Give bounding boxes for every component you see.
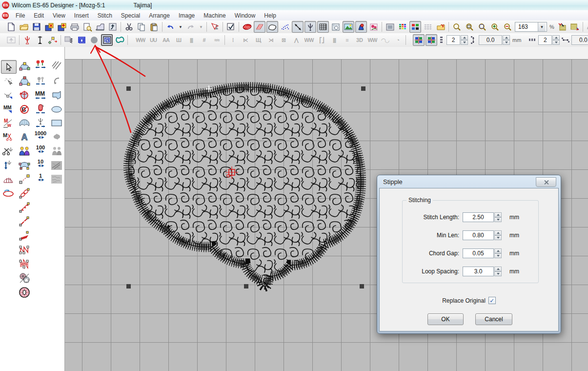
loop-spacing-input[interactable]: 3.0 [463, 267, 494, 276]
zoom-out-icon[interactable] [502, 21, 513, 33]
col-spacing-icon[interactable] [561, 34, 570, 46]
penetration-red-icon[interactable] [21, 34, 33, 46]
select-tool[interactable] [1, 60, 17, 74]
new-document-icon[interactable] [5, 21, 17, 33]
menu-help[interactable]: Help [260, 10, 281, 21]
orbit-rotate-tool[interactable] [1, 187, 16, 200]
tie-stitch-icon[interactable]: ⋊ [265, 34, 277, 46]
team-gray-tool[interactable] [49, 145, 64, 158]
measure-arrow-icon[interactable] [292, 21, 304, 33]
arrow-run-tool[interactable] [17, 201, 32, 214]
rows-count-value[interactable]: 2 [446, 35, 460, 45]
texture-a-tool[interactable] [49, 159, 64, 172]
motif-flowers-tool[interactable] [33, 59, 48, 71]
wheel-wreath-tool[interactable] [17, 286, 32, 299]
selection-handle-bottom-right[interactable] [360, 284, 364, 289]
needle-point-icon[interactable] [304, 21, 316, 33]
zigzag-column-tool[interactable]: MM [33, 89, 48, 102]
hoop-template-icon[interactable] [330, 21, 342, 33]
stitch-length-input[interactable]: 2.50 [463, 212, 494, 222]
design-properties-icon[interactable] [435, 21, 446, 33]
satin-stitch-type-icon[interactable]: ᎳᎳ [135, 34, 146, 46]
chord-gap-input[interactable]: 0.05 [463, 248, 494, 258]
cancel-button[interactable]: Cancel [475, 313, 512, 325]
e-stitch-type-icon[interactable]: Ш [173, 34, 184, 46]
menu-machine[interactable]: Machine [199, 10, 230, 21]
wave-stitch-type-icon[interactable]: ≈≈ [211, 34, 223, 46]
cut-tool[interactable] [1, 145, 16, 158]
motif-flower-gray-tool[interactable] [33, 75, 48, 87]
machine-connect-icon[interactable] [107, 21, 119, 33]
document-logo-icon[interactable]: ES [2, 12, 9, 19]
rows-count-field[interactable]: 2 [446, 35, 468, 45]
copy-icon[interactable] [136, 21, 147, 33]
fence-fill-icon[interactable]: Щ [252, 34, 264, 46]
image-properties-icon[interactable] [384, 21, 396, 33]
background-scene-icon[interactable] [343, 21, 354, 33]
save-design-icon[interactable] [43, 21, 55, 33]
menu-file[interactable]: File [11, 10, 29, 21]
chain-link-tool[interactable] [17, 187, 32, 200]
chord-gap-spinner[interactable] [494, 248, 502, 258]
rows-dots-icon[interactable] [438, 34, 445, 46]
undo-dropdown-icon[interactable]: ▼ [177, 21, 184, 33]
effect-3d-icon[interactable]: 3D [354, 34, 365, 46]
dome-shape-tool[interactable] [17, 75, 32, 87]
run-zigzag-tool[interactable]: MM [1, 103, 16, 116]
tatami-stitch-type-icon[interactable]: UU [147, 34, 159, 46]
selection-handle-bottom-left[interactable] [126, 284, 131, 289]
scale-100-tool[interactable]: 100◄ ► [33, 143, 48, 156]
menu-stitch[interactable]: Stitch [93, 10, 117, 21]
selection-handle-top-right[interactable] [361, 86, 365, 91]
outline-shape-icon[interactable] [266, 21, 278, 33]
zoom-1to1-icon[interactable] [464, 21, 475, 33]
cloud-b-icon[interactable]: ◔ [392, 34, 404, 46]
zoom-in-icon[interactable] [489, 21, 501, 33]
envelope-warp-tool[interactable] [17, 159, 32, 172]
stipple-run-icon[interactable] [101, 34, 113, 46]
rotate-object-tool[interactable] [17, 89, 32, 102]
zoom-box-icon[interactable] [476, 21, 488, 33]
rectangle-tool[interactable] [49, 117, 64, 129]
scale-1-tool[interactable]: 1◄ ► [33, 171, 48, 184]
stitch-convert-tool[interactable]: Mw [1, 117, 16, 129]
menu-image[interactable]: Image [174, 10, 199, 21]
ellipse-tool[interactable] [49, 103, 64, 116]
print-preview-icon[interactable] [81, 21, 93, 33]
row-spacing-icon[interactable] [469, 34, 477, 46]
reshape-tool[interactable] [17, 60, 32, 73]
selection-handle-top-center[interactable] [244, 85, 248, 89]
stitch-cursor-icon[interactable] [209, 21, 221, 33]
hlines-icon[interactable]: ≡ [341, 34, 353, 46]
menu-view[interactable]: View [48, 10, 70, 21]
cut-icon[interactable] [123, 21, 135, 33]
arc-tool[interactable] [49, 75, 64, 87]
lettering-tool[interactable]: A [17, 131, 32, 144]
scale-10-tool[interactable]: 10◄ ► [33, 157, 48, 170]
menu-window[interactable]: Window [230, 10, 260, 21]
backstitch-tool[interactable] [17, 215, 32, 228]
stitch-length-spinner[interactable] [494, 212, 502, 222]
scale-1000-tool[interactable]: 1000◄ ► [33, 129, 48, 142]
cols-dots-icon[interactable] [528, 34, 537, 46]
fan-stitch-tool[interactable] [1, 173, 16, 186]
box-cross-icon[interactable]: ⊠ [278, 34, 289, 46]
applique-tool[interactable] [17, 117, 32, 129]
min-len-spinner[interactable] [494, 230, 502, 240]
rows-count-spinner[interactable] [461, 35, 468, 45]
mirror-grid-a-icon[interactable] [413, 34, 425, 46]
loop-spacing-spinner[interactable] [494, 267, 502, 276]
menu-special[interactable]: Special [117, 10, 144, 21]
send-to-machine-icon[interactable] [94, 21, 106, 33]
zoom-percent-value[interactable]: 163 [515, 23, 538, 30]
undo-icon[interactable] [164, 21, 176, 33]
bracket-fill-icon[interactable]: ⎡⎦ [316, 34, 327, 46]
remove-overlap-tool[interactable]: B [17, 103, 32, 116]
run-stitch-line-tool[interactable] [17, 173, 32, 186]
design-check-icon[interactable] [225, 21, 237, 33]
fill-hatch-icon[interactable] [254, 21, 265, 33]
stitch-player-icon[interactable] [556, 21, 568, 33]
thread-colors-icon[interactable] [397, 21, 408, 33]
menu-edit[interactable]: Edit [29, 10, 48, 21]
open-curve-tool[interactable] [1, 89, 16, 102]
